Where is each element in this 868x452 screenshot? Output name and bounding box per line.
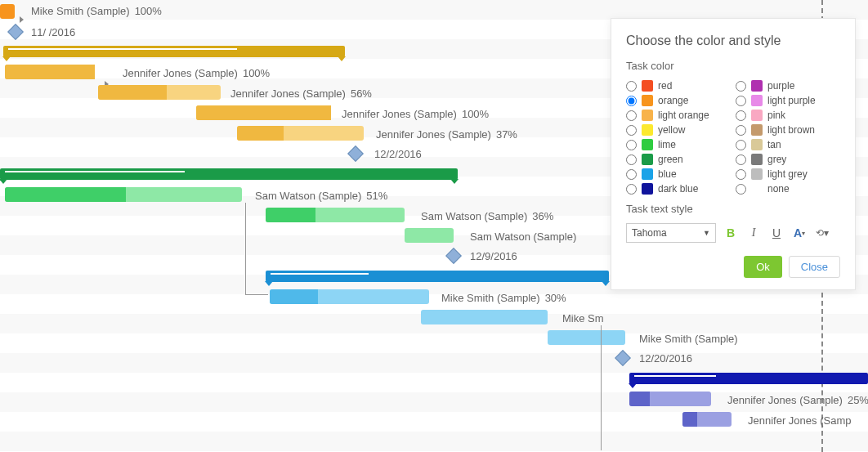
color-option-tan[interactable]: tan	[736, 139, 840, 150]
task-label: Mike Smith (Sample)30%	[441, 292, 566, 304]
task-bar[interactable]	[196, 105, 331, 120]
task-label: Mike Sm	[562, 312, 604, 324]
color-option-lime[interactable]: lime	[626, 139, 731, 150]
task-bar[interactable]	[682, 412, 732, 427]
task-label: Jennifer Jones (Samp	[748, 414, 851, 427]
milestone-date: 12/9/2016	[470, 250, 517, 262]
task-label: Sam Watson (Sample)51%	[255, 190, 387, 202]
task-color-label: Task color	[626, 60, 840, 72]
task-label: Jennifer Jones (Sample)56%	[230, 87, 372, 100]
font-select[interactable]: Tahoma▼	[626, 223, 716, 243]
summary-bar[interactable]	[3, 46, 345, 57]
color-option-red[interactable]: red	[626, 80, 731, 92]
panel-title: Choose the color and style	[626, 34, 840, 48]
ok-button[interactable]: Ok	[744, 256, 782, 278]
task-label: Jennifer Jones (Sample)37%	[376, 128, 517, 141]
color-option-purple[interactable]: purple	[736, 80, 840, 92]
color-option-light-brown[interactable]: light brown	[736, 124, 840, 136]
color-option-green[interactable]: green	[626, 154, 731, 165]
dependency-arrow	[20, 16, 24, 23]
close-button[interactable]: Close	[789, 256, 840, 278]
task-label: Sam Watson (Sample)36%	[421, 210, 553, 222]
milestone-date: 11/ /2016	[31, 26, 75, 38]
task-bar[interactable]	[5, 187, 242, 202]
task-bar[interactable]	[270, 289, 429, 304]
task-label: Jennifer Jones (Sample)100%	[123, 67, 270, 79]
summary-bar[interactable]	[0, 168, 458, 180]
task-label: Jennifer Jones (Sample)100%	[342, 108, 489, 120]
task-bar[interactable]	[548, 330, 625, 345]
color-grid: red purple orange light purple light ora…	[626, 80, 840, 195]
task-label: Sam Watson (Sample)	[470, 230, 576, 243]
color-option-orange[interactable]: orange	[626, 95, 731, 106]
color-option-none[interactable]: none	[736, 183, 840, 195]
task-text-style-label: Task text style	[626, 203, 840, 215]
task-bar[interactable]	[0, 4, 15, 19]
text-style-row: Tahoma▼ B I U A▾ ⟲▾	[626, 223, 840, 243]
task-label: Jennifer Jones (Sample)25%	[727, 394, 868, 406]
task-label: Mike Smith (Sample)100%	[31, 5, 162, 17]
summary-bar[interactable]	[266, 271, 609, 282]
color-option-pink[interactable]: pink	[736, 110, 840, 121]
bold-button[interactable]: B	[723, 225, 739, 241]
color-option-yellow[interactable]: yellow	[626, 124, 731, 136]
task-bar[interactable]	[405, 228, 454, 243]
task-bar[interactable]	[421, 310, 548, 324]
clear-format-button[interactable]: ⟲▾	[814, 225, 830, 241]
chevron-down-icon: ▼	[703, 229, 710, 237]
milestone-marker[interactable]	[445, 248, 462, 264]
task-bar[interactable]	[266, 208, 405, 222]
color-option-light-orange[interactable]: light orange	[626, 110, 731, 121]
color-option-blue[interactable]: blue	[626, 168, 731, 180]
underline-button[interactable]: U	[768, 225, 785, 241]
milestone-marker[interactable]	[615, 350, 631, 366]
color-style-panel: Choose the color and style Task color re…	[611, 18, 856, 290]
task-bar[interactable]	[237, 126, 364, 141]
milestone-date: 12/20/2016	[639, 352, 692, 365]
milestone-marker[interactable]	[7, 24, 24, 40]
italic-button[interactable]: I	[745, 225, 762, 241]
color-option-grey[interactable]: grey	[736, 154, 840, 165]
task-label: Mike Smith (Sample)	[639, 333, 738, 345]
task-bar[interactable]	[98, 85, 221, 100]
task-bar[interactable]	[629, 392, 711, 406]
summary-bar[interactable]	[629, 373, 868, 384]
milestone-date: 12/2/2016	[374, 148, 422, 160]
panel-buttons: Ok Close	[626, 256, 840, 278]
color-option-light-purple[interactable]: light purple	[736, 95, 840, 106]
dependency-link	[601, 325, 602, 450]
task-bar[interactable]	[5, 65, 95, 79]
color-option-light-grey[interactable]: light grey	[736, 168, 840, 180]
dependency-link	[245, 294, 268, 295]
color-option-dark-blue[interactable]: dark blue	[626, 183, 731, 195]
font-color-button[interactable]: A▾	[791, 225, 808, 241]
milestone-marker[interactable]	[347, 145, 364, 162]
dependency-link	[245, 203, 246, 294]
